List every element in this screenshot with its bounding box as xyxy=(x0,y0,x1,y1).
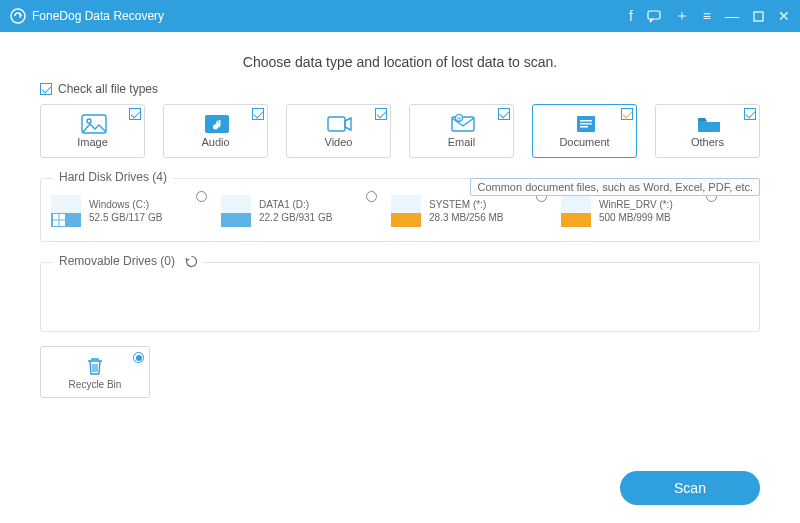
document-tooltip: Common document files, such as Word, Exc… xyxy=(470,178,760,196)
drive-item[interactable]: WinRE_DRV (*:)500 MB/999 MB xyxy=(561,195,721,227)
type-checkbox[interactable] xyxy=(744,108,756,120)
folder-icon xyxy=(696,114,720,134)
plus-icon[interactable]: ＋ xyxy=(675,7,689,25)
svg-rect-2 xyxy=(754,12,763,21)
close-icon[interactable]: ✕ xyxy=(778,8,790,24)
titlebar-controls: f ＋ ≡ ― ✕ xyxy=(629,7,790,25)
type-label: Audio xyxy=(201,136,229,148)
scan-button[interactable]: Scan xyxy=(620,471,760,505)
drive-item[interactable]: DATA1 (D:)22.2 GB/931 GB xyxy=(221,195,381,227)
trash-icon xyxy=(84,355,106,377)
drive-name: Windows (C:) xyxy=(89,198,162,211)
type-label: Others xyxy=(691,136,724,148)
titlebar: FoneDog Data Recovery f ＋ ≡ ― ✕ xyxy=(0,0,800,32)
type-label: Video xyxy=(325,136,353,148)
svg-point-4 xyxy=(87,119,91,123)
menu-icon[interactable]: ≡ xyxy=(703,8,711,24)
drive-item[interactable]: SYSTEM (*:)28.3 MB/256 MB xyxy=(391,195,551,227)
page-heading: Choose data type and location of lost da… xyxy=(40,54,760,70)
audio-icon xyxy=(204,114,228,134)
disk-section-title: Hard Disk Drives (4) xyxy=(53,170,173,184)
svg-rect-3 xyxy=(82,115,106,133)
drive-radio[interactable] xyxy=(366,191,377,202)
check-all-checkbox[interactable] xyxy=(40,83,52,95)
svg-rect-11 xyxy=(580,120,592,122)
file-types-row: Image Audio Video @ Email xyxy=(40,104,760,158)
recycle-radio[interactable] xyxy=(133,352,144,363)
svg-rect-13 xyxy=(580,126,588,128)
check-all-row[interactable]: Check all file types xyxy=(40,82,760,96)
drive-icon xyxy=(561,195,591,227)
app-title: FoneDog Data Recovery xyxy=(32,9,164,23)
svg-rect-16 xyxy=(53,221,59,227)
app-logo-icon xyxy=(10,8,26,24)
type-label: Image xyxy=(77,136,108,148)
drive-size: 52.5 GB/117 GB xyxy=(89,211,162,224)
drive-size: 500 MB/999 MB xyxy=(599,211,673,224)
svg-rect-12 xyxy=(580,123,592,125)
type-checkbox[interactable] xyxy=(621,108,633,120)
type-checkbox[interactable] xyxy=(375,108,387,120)
drive-radio[interactable] xyxy=(196,191,207,202)
drive-icon xyxy=(391,195,421,227)
svg-text:@: @ xyxy=(456,116,461,122)
drive-name: DATA1 (D:) xyxy=(259,198,332,211)
svg-point-0 xyxy=(11,9,25,23)
recycle-bin-card[interactable]: Recycle Bin xyxy=(40,346,150,398)
type-card-image[interactable]: Image xyxy=(40,104,145,158)
minimize-icon[interactable]: ― xyxy=(725,8,739,24)
svg-rect-14 xyxy=(53,214,59,220)
drive-size: 22.2 GB/931 GB xyxy=(259,211,332,224)
drive-size: 28.3 MB/256 MB xyxy=(429,211,503,224)
type-card-others[interactable]: Others xyxy=(655,104,760,158)
removable-section-title: Removable Drives (0) xyxy=(53,254,181,268)
refresh-icon[interactable] xyxy=(181,255,202,268)
removable-drives-section: Removable Drives (0) xyxy=(40,262,760,332)
drive-icon xyxy=(221,195,251,227)
type-card-audio[interactable]: Audio xyxy=(163,104,268,158)
drive-name: SYSTEM (*:) xyxy=(429,198,503,211)
recycle-label: Recycle Bin xyxy=(69,379,122,390)
type-label: Email xyxy=(448,136,476,148)
email-icon: @ xyxy=(450,114,474,134)
feedback-icon[interactable] xyxy=(647,9,661,23)
type-checkbox[interactable] xyxy=(252,108,264,120)
drive-name: WinRE_DRV (*:) xyxy=(599,198,673,211)
svg-rect-1 xyxy=(648,11,660,19)
check-all-label: Check all file types xyxy=(58,82,158,96)
type-checkbox[interactable] xyxy=(129,108,141,120)
svg-rect-15 xyxy=(60,214,66,220)
svg-rect-6 xyxy=(328,117,345,131)
video-icon xyxy=(327,114,351,134)
drive-item[interactable]: Windows (C:)52.5 GB/117 GB xyxy=(51,195,211,227)
maximize-icon[interactable] xyxy=(753,11,764,22)
image-icon xyxy=(81,114,105,134)
svg-rect-17 xyxy=(60,221,66,227)
drive-icon xyxy=(51,195,81,227)
type-card-document[interactable]: Document xyxy=(532,104,637,158)
type-checkbox[interactable] xyxy=(498,108,510,120)
type-label: Document xyxy=(559,136,609,148)
facebook-icon[interactable]: f xyxy=(629,8,633,24)
type-card-video[interactable]: Video xyxy=(286,104,391,158)
type-card-email[interactable]: @ Email xyxy=(409,104,514,158)
document-icon xyxy=(573,114,597,134)
